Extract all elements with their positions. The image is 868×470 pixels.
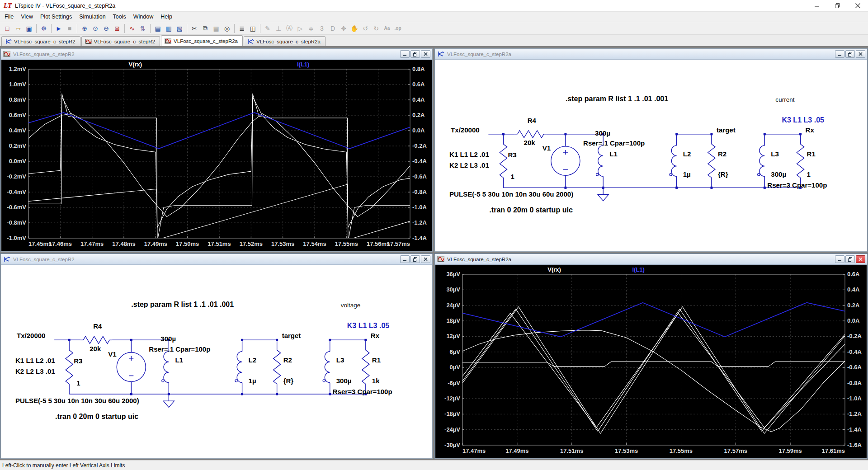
tab-vlfosc_square_c_stepr2a-schematic[interactable]: VLFosc_square_c_stepR2a — [244, 36, 326, 46]
schematic-text[interactable]: 1k — [372, 377, 380, 385]
zoom-back-icon[interactable]: ⊙ — [90, 23, 101, 33]
tab-vlfosc_square_c_stepr2a-waveform[interactable]: VLFosc_square_c_stepR2a — [161, 35, 243, 46]
schematic-canvas[interactable]: .step param R list 1 .1 .01 .001K3 L1 L3… — [1, 265, 432, 458]
child-restore-button[interactable] — [410, 50, 420, 58]
minimize-button[interactable] — [807, 0, 827, 12]
schematic-text[interactable]: K2 L2 L3 .01 — [15, 367, 55, 375]
schematic-text[interactable]: target — [282, 332, 301, 339]
schematic-text[interactable]: V1 — [542, 144, 551, 152]
schematic-text[interactable]: L3 — [336, 356, 344, 364]
schematic-text[interactable]: .tran 0 20m 0 startup uic — [55, 412, 138, 420]
schematic-text[interactable]: R2 — [283, 356, 292, 364]
find-icon[interactable]: ◎ — [222, 23, 232, 33]
schematic-text[interactable]: {R} — [718, 170, 728, 178]
schematic-text[interactable]: 1µ — [683, 170, 691, 178]
cascade-windows-icon[interactable]: ▧ — [174, 23, 185, 33]
schematic-text[interactable]: L3 — [771, 150, 779, 158]
schematic-text[interactable]: .step param R list 1 .1 .01 .001 — [566, 94, 668, 103]
schematic-text[interactable]: K1 L1 L2 .01 — [449, 150, 489, 158]
menu-view[interactable]: View — [17, 12, 37, 21]
schematic-text[interactable]: R1 — [807, 150, 816, 158]
tab-vlfosc_square_c_stepr2-schematic[interactable]: VLFosc_square_c_stepR2 — [1, 36, 80, 46]
schematic-text[interactable]: K1 L1 L2 .01 — [15, 357, 55, 364]
cut-icon[interactable]: ✂ — [189, 23, 200, 33]
child-titlebar[interactable]: VLFosc_square_c_stepR2a — [435, 254, 867, 265]
schematic-text[interactable]: PULSE(-5 5 30u 10n 10n 30u 60u 2000) — [15, 397, 139, 404]
zoom-full-extents-icon[interactable]: ⊠ — [112, 23, 123, 33]
child-close-button[interactable] — [856, 255, 865, 263]
child-titlebar[interactable]: VLFosc_square_c_stepR2 — [1, 254, 432, 265]
child-restore-button[interactable] — [845, 50, 855, 58]
menu-plot-settings[interactable]: Plot Settings — [37, 12, 75, 21]
save-icon[interactable]: ▣ — [24, 23, 34, 33]
plot-canvas[interactable]: 17.45ms17.46ms17.47ms17.48ms17.49ms17.50… — [1, 60, 432, 251]
schematic-text[interactable]: L1 — [175, 356, 183, 364]
trace-label-il1[interactable]: I(L1) — [297, 61, 309, 68]
trace-label-il1[interactable]: I(L1) — [632, 266, 644, 273]
autorange-y-icon[interactable]: ∿ — [127, 23, 137, 33]
trace-label-vrx[interactable]: V(rx) — [129, 61, 142, 68]
child-titlebar[interactable]: VLFosc_square_c_stepR2a — [435, 49, 867, 60]
menu-simulation[interactable]: Simulation — [75, 12, 109, 21]
schematic-text[interactable]: R3 — [508, 151, 517, 159]
schematic-text[interactable]: L2 — [249, 356, 257, 364]
trace-label-vrx[interactable]: V(rx) — [547, 266, 561, 273]
schematic-text[interactable]: .step param R list 1 .1 .01 .001 — [131, 300, 234, 308]
child-close-button[interactable] — [421, 50, 430, 58]
new-schematic-icon[interactable]: □ — [2, 23, 13, 33]
child-minimize-button[interactable] — [400, 50, 410, 58]
schematic-text[interactable]: R4 — [528, 117, 537, 124]
schematic-text[interactable]: 20k — [524, 139, 536, 146]
child-titlebar[interactable]: VLFosc_square_c_stepR2 — [1, 49, 432, 60]
schematic-text[interactable]: K3 L1 L3 .05 — [782, 116, 824, 124]
child-minimize-button[interactable] — [835, 50, 844, 58]
schematic-text[interactable]: Rser=3 Cpar=100p — [333, 388, 392, 395]
schematic-text[interactable]: R4 — [93, 322, 102, 330]
schematic-text[interactable]: 300µ — [336, 377, 352, 385]
print-icon[interactable]: ≣ — [236, 23, 247, 33]
schematic-text[interactable]: target — [717, 126, 736, 134]
open-icon[interactable]: ▱ — [13, 23, 24, 33]
menu-window[interactable]: Window — [130, 12, 157, 21]
child-minimize-button[interactable] — [835, 255, 844, 263]
schematic-text[interactable]: K3 L1 L3 .05 — [347, 321, 389, 329]
schematic-text[interactable]: 1µ — [249, 377, 256, 385]
schematic-text[interactable]: L1 — [609, 150, 618, 158]
child-minimize-button[interactable] — [400, 255, 410, 263]
schematic-text[interactable]: V1 — [108, 350, 116, 358]
schematic-text[interactable]: Rser=3 Cpar=100p — [767, 181, 827, 189]
tile-vertical-icon[interactable]: ▥ — [163, 23, 174, 33]
schematic-text[interactable]: R3 — [74, 357, 82, 365]
schematic-editor[interactable]: .step param R list 1 .1 .01 .001K3 L1 L3… — [1, 265, 432, 458]
schematic-text[interactable]: L2 — [683, 150, 691, 158]
tab-vlfosc_square_c_stepr2-waveform[interactable]: VLFosc_square_c_stepR2 — [81, 36, 160, 46]
schematic-text[interactable]: Rser=.1 Cpar=100p — [583, 139, 645, 147]
schematic-text[interactable]: Rser=.1 Cpar=100p — [149, 345, 210, 353]
child-close-button[interactable] — [856, 50, 865, 58]
schematic-text[interactable]: Tx/20000 — [17, 332, 45, 339]
schematic-text[interactable]: 1 — [807, 170, 811, 178]
schematic-text[interactable]: Tx/20000 — [451, 126, 480, 134]
run-icon[interactable]: ► — [53, 23, 64, 33]
tile-horizontal-icon[interactable]: ▤ — [152, 23, 163, 33]
schematic-text[interactable]: Rx — [371, 332, 380, 339]
schematic-text[interactable]: 300µ — [771, 170, 786, 178]
zoom-in-icon[interactable]: ⊕ — [79, 23, 90, 33]
schematic-text[interactable]: 1 — [76, 379, 80, 387]
schematic-text[interactable]: voltage — [341, 302, 361, 309]
control-panel-icon[interactable]: ☸ — [38, 23, 49, 33]
schematic-text[interactable]: 20k — [90, 345, 101, 352]
child-restore-button[interactable] — [845, 255, 855, 263]
menu-file[interactable]: File — [1, 12, 17, 21]
schematic-text[interactable]: 300µ — [595, 129, 610, 137]
schematic-text[interactable]: current — [775, 96, 794, 103]
menu-help[interactable]: Help — [157, 12, 176, 21]
child-restore-button[interactable] — [410, 255, 420, 263]
child-close-button[interactable] — [421, 255, 430, 263]
copy-icon[interactable]: ⧉ — [200, 23, 211, 33]
schematic-text[interactable]: R1 — [372, 356, 381, 364]
schematic-text[interactable]: 300µ — [160, 335, 176, 343]
schematic-editor[interactable]: .step param R list 1 .1 .01 .001K3 L1 L3… — [435, 60, 867, 251]
restore-button[interactable] — [827, 0, 848, 12]
schematic-text[interactable]: 1 — [511, 173, 514, 180]
